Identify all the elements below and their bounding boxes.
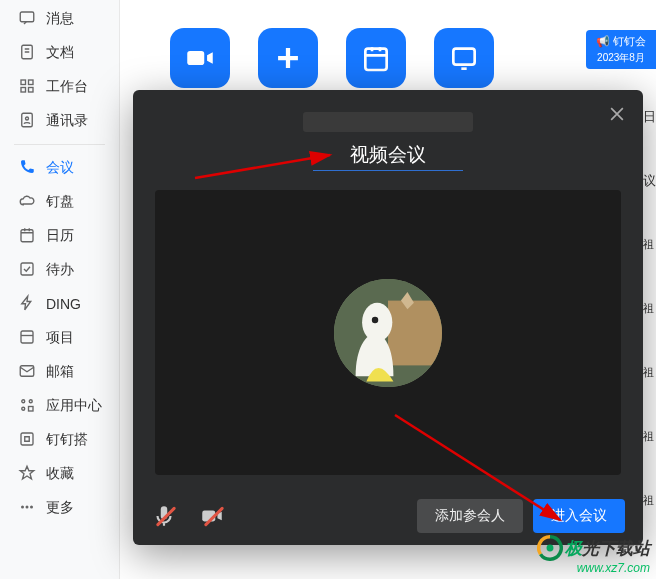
svg-point-7: [26, 117, 29, 120]
svg-rect-9: [21, 263, 33, 275]
sidebar-item-ding[interactable]: DING: [0, 287, 119, 321]
sidebar-item-workbench[interactable]: 工作台: [0, 70, 119, 104]
sidebar-item-label: 工作台: [46, 78, 88, 96]
more-icon: [18, 498, 36, 519]
svg-rect-15: [29, 406, 34, 411]
doc-icon: [18, 43, 36, 64]
contacts-icon: [18, 111, 36, 132]
join-meeting-modal: 添加参会人 进入会议: [133, 90, 643, 545]
sidebar-item-meeting[interactable]: 会议: [0, 151, 119, 185]
new-meeting-button[interactable]: [258, 28, 318, 88]
schedule-button[interactable]: [346, 28, 406, 88]
svg-rect-8: [21, 229, 33, 241]
mic-toggle-button[interactable]: [151, 503, 177, 529]
sidebar-item-label: 应用中心: [46, 397, 102, 415]
promo-line1: 📢 钉钉会: [592, 34, 650, 49]
sidebar-item-label: 消息: [46, 10, 74, 28]
close-button[interactable]: [607, 104, 627, 130]
sidebar-item-favorites[interactable]: 收藏: [0, 457, 119, 491]
top-actions: 📢 钉钉会 2023年8月: [120, 0, 656, 88]
svg-point-26: [372, 316, 378, 322]
sidebar-item-label: 日历: [46, 227, 74, 245]
history-char: 祖: [643, 365, 654, 380]
sidebar-item-label: 钉钉搭: [46, 431, 88, 449]
sidebar-item-label: 项目: [46, 329, 74, 347]
sidebar-divider: [14, 144, 105, 145]
sidebar-item-apps[interactable]: 应用中心: [0, 389, 119, 423]
svg-rect-5: [29, 87, 34, 92]
promo-banner[interactable]: 📢 钉钉会 2023年8月: [586, 30, 656, 69]
join-meeting-button[interactable]: 进入会议: [533, 499, 625, 533]
screencast-button[interactable]: [434, 28, 494, 88]
sidebar-item-more[interactable]: 更多: [0, 491, 119, 525]
cloud-icon: [18, 192, 36, 213]
svg-rect-16: [21, 433, 33, 445]
svg-rect-22: [453, 49, 474, 65]
watermark-brand-first: 极: [565, 537, 582, 560]
button-label: 添加参会人: [435, 507, 505, 525]
watermark-url: www.xz7.com: [537, 561, 650, 575]
history-char: 祖: [643, 301, 654, 316]
watermark-logo-icon: [537, 535, 563, 561]
svg-rect-20: [187, 51, 204, 65]
builder-icon: [18, 430, 36, 451]
sidebar-item-label: 钉盘: [46, 193, 74, 211]
lightning-icon: [18, 294, 36, 315]
sidebar-item-builder[interactable]: 钉钉搭: [0, 423, 119, 457]
sidebar-item-label: 通讯录: [46, 112, 88, 130]
grid-icon: [18, 77, 36, 98]
add-participants-button[interactable]: 添加参会人: [417, 499, 523, 533]
history-char: 祖: [643, 493, 654, 508]
button-label: 进入会议: [551, 507, 607, 525]
svg-rect-3: [29, 80, 34, 85]
sidebar-item-label: 文档: [46, 44, 74, 62]
camera-preview: [155, 190, 621, 475]
star-icon: [18, 464, 36, 485]
checkbox-icon: [18, 260, 36, 281]
sidebar-item-todo[interactable]: 待办: [0, 253, 119, 287]
svg-rect-24: [388, 300, 442, 365]
calendar-icon: [18, 226, 36, 247]
sidebar-item-docs[interactable]: 文档: [0, 36, 119, 70]
svg-rect-0: [20, 12, 34, 22]
redacted-name-mask: [303, 112, 473, 132]
sidebar-item-label: DING: [46, 296, 81, 312]
camera-toggle-button[interactable]: [199, 503, 225, 529]
svg-point-14: [22, 407, 25, 410]
watermark-brand-rest: 光下载站: [582, 537, 650, 560]
svg-point-19: [30, 505, 33, 508]
sidebar-item-project[interactable]: 项目: [0, 321, 119, 355]
sidebar-item-messages[interactable]: 消息: [0, 2, 119, 36]
sidebar-item-contacts[interactable]: 通讯录: [0, 104, 119, 138]
svg-rect-4: [21, 87, 26, 92]
phone-icon: [18, 158, 36, 179]
svg-point-12: [22, 399, 25, 402]
svg-point-17: [21, 505, 24, 508]
history-char: 祖: [643, 429, 654, 444]
svg-rect-2: [21, 80, 26, 85]
svg-rect-10: [21, 331, 33, 343]
sidebar-item-mail[interactable]: 邮箱: [0, 355, 119, 389]
svg-point-13: [29, 399, 32, 402]
sidebar-item-label: 收藏: [46, 465, 74, 483]
chat-icon: [18, 9, 36, 30]
sidebar-item-label: 更多: [46, 499, 74, 517]
svg-point-31: [547, 545, 554, 552]
mail-icon: [18, 362, 36, 383]
avatar: [334, 279, 442, 387]
sidebar-item-label: 待办: [46, 261, 74, 279]
svg-point-18: [26, 505, 29, 508]
meeting-title-input[interactable]: [313, 142, 463, 171]
sidebar-item-label: 会议: [46, 159, 74, 177]
promo-line2: 2023年8月: [592, 51, 650, 65]
sidebar-item-calendar[interactable]: 日历: [0, 219, 119, 253]
meeting-title-wrap: [313, 142, 463, 171]
history-char: 祖: [643, 237, 654, 252]
svg-rect-21: [365, 49, 386, 70]
watermark: 极光下载站 www.xz7.com: [537, 535, 650, 575]
project-icon: [18, 328, 36, 349]
sidebar-item-label: 邮箱: [46, 363, 74, 381]
apps-icon: [18, 396, 36, 417]
start-video-button[interactable]: [170, 28, 230, 88]
sidebar-item-drive[interactable]: 钉盘: [0, 185, 119, 219]
